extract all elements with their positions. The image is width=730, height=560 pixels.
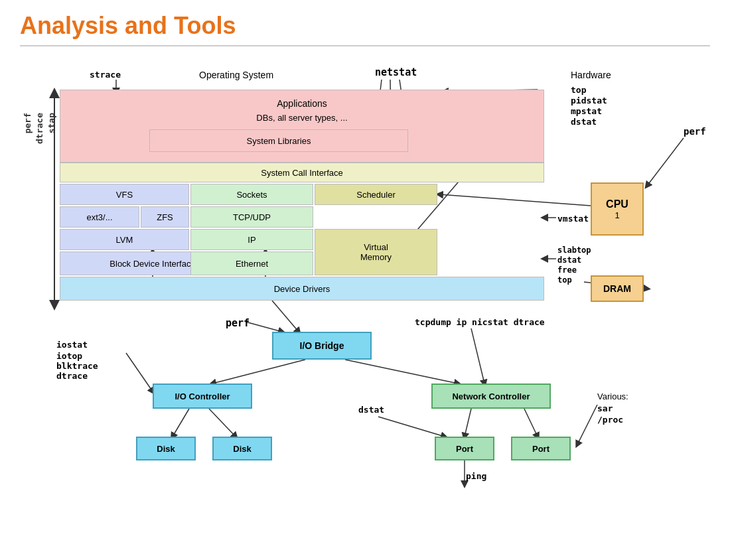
strace-label: strace <box>90 70 121 80</box>
scheduler-box: Scheduler <box>315 184 437 205</box>
vfs-box: VFS <box>60 184 189 205</box>
iotop-label: iotop <box>56 351 82 361</box>
svg-line-21 <box>465 409 471 437</box>
svg-line-12 <box>246 322 282 332</box>
port2-box: Port <box>511 437 571 460</box>
disk1-box: Disk <box>136 437 196 460</box>
cpu-num: 1 <box>615 210 619 220</box>
cpu-label: CPU <box>606 198 628 210</box>
mpstat-label: mpstat <box>571 106 602 116</box>
db-label: DBs, all server types, ... <box>60 113 544 123</box>
netstat-label: netstat <box>375 66 417 78</box>
ext3-box: ext3/... <box>60 206 139 228</box>
network-controller-box: Network Controller <box>431 384 551 409</box>
svg-line-23 <box>577 405 597 445</box>
hardware-label: Hardware <box>571 70 611 80</box>
pidstat-label: pidstat <box>571 96 607 105</box>
tcpudp-box: TCP/UDP <box>190 206 313 228</box>
disk2-box: Disk <box>212 437 272 460</box>
dstat-top-label: dstat <box>571 117 597 127</box>
zfs-box: ZFS <box>141 206 189 228</box>
ip-box: IP <box>190 229 313 250</box>
dram-box: DRAM <box>591 275 644 302</box>
dtrace2-label: dtrace <box>56 371 88 381</box>
top-label: top <box>571 85 586 95</box>
title-divider <box>20 45 710 46</box>
ping-label: ping <box>466 471 486 481</box>
slabtop-label: slabtop <box>557 245 591 255</box>
applications-label: Applications <box>60 98 544 109</box>
os-label: Operating System <box>199 70 273 80</box>
dstat2-label: dstat <box>557 255 581 265</box>
ethernet-box: Ethernet <box>190 251 313 275</box>
diagram-container: strace Operating System netstat Hardware… <box>20 53 710 557</box>
various-label: Various: <box>597 391 628 401</box>
dstat3-label: dstat <box>358 405 384 415</box>
tcpdump-label: tcpdump ip nicstat dtrace <box>415 317 545 327</box>
proc-label: /proc <box>597 415 623 425</box>
cpu-box: CPU 1 <box>591 182 644 236</box>
device-drivers-layer: Device Drivers <box>60 277 544 301</box>
svg-line-20 <box>378 417 445 437</box>
svg-line-16 <box>272 301 299 332</box>
system-libraries-box: System Libraries <box>149 129 408 152</box>
svg-line-14 <box>212 360 305 384</box>
syscall-layer: System Call Interface <box>60 163 544 182</box>
free-label: free <box>557 265 577 275</box>
io-controller-box: I/O Controller <box>153 384 252 409</box>
svg-line-13 <box>126 353 153 391</box>
io-bridge-box: I/O Bridge <box>272 332 372 360</box>
top2-label: top <box>557 275 572 285</box>
sockets-box: Sockets <box>190 184 313 205</box>
blktrace-label: blktrace <box>56 361 98 371</box>
svg-line-22 <box>524 409 538 437</box>
vmstat-label: vmstat <box>557 214 589 224</box>
svg-line-9 <box>439 194 591 206</box>
dtrace-vert-label: dtrace <box>35 113 44 144</box>
page-title: Analysis and Tools <box>0 0 730 45</box>
stap-vert-label: stap <box>46 113 56 133</box>
port1-box: Port <box>435 437 494 460</box>
svg-line-7 <box>647 138 684 186</box>
svg-line-19 <box>209 409 236 437</box>
perf-mid-label: perf <box>226 317 250 329</box>
perf-right-label: perf <box>684 126 706 137</box>
virtual-memory-box: VirtualMemory <box>315 229 437 275</box>
svg-line-15 <box>345 360 458 384</box>
svg-line-18 <box>173 409 189 437</box>
perf-vert-label: perf <box>23 113 33 133</box>
iostat-label: iostat <box>56 340 88 350</box>
lvm-box: LVM <box>60 229 189 250</box>
sar-label: sar <box>597 403 613 413</box>
svg-line-17 <box>471 328 484 384</box>
